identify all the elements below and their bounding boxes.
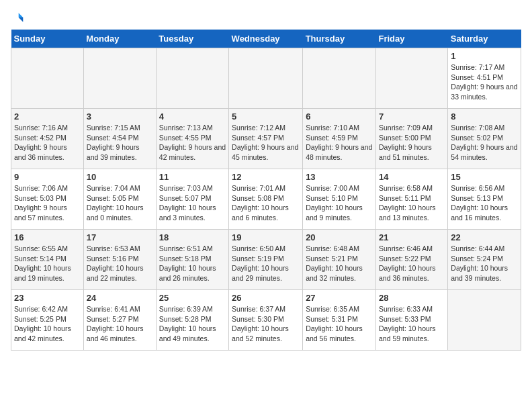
- day-number: 1: [451, 51, 518, 61]
- cell-info: Sunrise: 6:37 AM Sunset: 5:30 PM Dayligh…: [232, 304, 300, 344]
- week-row-5: 23Sunrise: 6:42 AM Sunset: 5:25 PM Dayli…: [11, 290, 521, 351]
- calendar-cell: 6Sunrise: 7:10 AM Sunset: 4:59 PM Daylig…: [303, 109, 376, 169]
- calendar-cell: 15Sunrise: 6:56 AM Sunset: 5:13 PM Dayli…: [448, 169, 521, 230]
- calendar-cell: 1Sunrise: 7:17 AM Sunset: 4:51 PM Daylig…: [448, 48, 521, 109]
- day-number: 5: [232, 111, 300, 122]
- day-number: 28: [379, 293, 445, 303]
- day-number: 14: [379, 172, 445, 182]
- day-number: 21: [379, 232, 445, 242]
- day-number: 26: [232, 293, 300, 303]
- calendar-cell: 18Sunrise: 6:51 AM Sunset: 5:18 PM Dayli…: [156, 230, 228, 290]
- cell-info: Sunrise: 7:01 AM Sunset: 5:08 PM Dayligh…: [232, 183, 300, 223]
- weekday-header-monday: Monday: [83, 30, 156, 48]
- cell-info: Sunrise: 7:04 AM Sunset: 5:05 PM Dayligh…: [87, 183, 153, 223]
- logo: [11, 11, 27, 24]
- calendar-cell: 23Sunrise: 6:42 AM Sunset: 5:25 PM Dayli…: [11, 290, 84, 351]
- day-number: 18: [159, 232, 226, 242]
- week-row-3: 9Sunrise: 7:06 AM Sunset: 5:03 PM Daylig…: [11, 169, 521, 230]
- day-number: 6: [306, 111, 373, 122]
- calendar-cell: 9Sunrise: 7:06 AM Sunset: 5:03 PM Daylig…: [11, 169, 84, 230]
- calendar-cell: 25Sunrise: 6:39 AM Sunset: 5:28 PM Dayli…: [156, 290, 228, 351]
- calendar-cell: 20Sunrise: 6:48 AM Sunset: 5:21 PM Dayli…: [303, 230, 376, 290]
- cell-info: Sunrise: 6:48 AM Sunset: 5:21 PM Dayligh…: [306, 244, 373, 283]
- weekday-header-row: SundayMondayTuesdayWednesdayThursdayFrid…: [11, 30, 521, 48]
- cell-info: Sunrise: 6:56 AM Sunset: 5:13 PM Dayligh…: [451, 183, 518, 223]
- calendar-cell: 24Sunrise: 6:41 AM Sunset: 5:27 PM Dayli…: [83, 290, 156, 351]
- day-number: 22: [451, 232, 518, 242]
- calendar-cell: 28Sunrise: 6:33 AM Sunset: 5:33 PM Dayli…: [375, 290, 447, 351]
- cell-info: Sunrise: 6:39 AM Sunset: 5:28 PM Dayligh…: [159, 304, 226, 344]
- calendar-cell: 17Sunrise: 6:53 AM Sunset: 5:16 PM Dayli…: [83, 230, 156, 290]
- calendar-cell: 7Sunrise: 7:09 AM Sunset: 5:00 PM Daylig…: [375, 109, 447, 169]
- day-number: 16: [14, 232, 81, 242]
- calendar-cell: 11Sunrise: 7:03 AM Sunset: 5:07 PM Dayli…: [156, 169, 228, 230]
- week-row-1: 1Sunrise: 7:17 AM Sunset: 4:51 PM Daylig…: [11, 48, 521, 109]
- day-number: 11: [159, 172, 226, 182]
- calendar-cell: [229, 48, 303, 109]
- calendar-cell: [375, 48, 447, 109]
- calendar-cell: 2Sunrise: 7:16 AM Sunset: 4:52 PM Daylig…: [11, 109, 84, 169]
- cell-info: Sunrise: 7:10 AM Sunset: 4:59 PM Dayligh…: [306, 123, 373, 163]
- weekday-header-tuesday: Tuesday: [156, 30, 228, 48]
- day-number: 9: [14, 172, 81, 182]
- day-number: 4: [159, 111, 226, 122]
- calendar-cell: 5Sunrise: 7:12 AM Sunset: 4:57 PM Daylig…: [229, 109, 303, 169]
- day-number: 8: [451, 111, 518, 122]
- calendar-cell: [11, 48, 84, 109]
- cell-info: Sunrise: 7:06 AM Sunset: 5:03 PM Dayligh…: [14, 183, 81, 223]
- week-row-2: 2Sunrise: 7:16 AM Sunset: 4:52 PM Daylig…: [11, 109, 521, 169]
- cell-info: Sunrise: 7:12 AM Sunset: 4:57 PM Dayligh…: [232, 123, 300, 163]
- cell-info: Sunrise: 6:35 AM Sunset: 5:31 PM Dayligh…: [306, 304, 373, 344]
- calendar-cell: 8Sunrise: 7:08 AM Sunset: 5:02 PM Daylig…: [448, 109, 521, 169]
- day-number: 12: [232, 172, 300, 182]
- cell-info: Sunrise: 6:44 AM Sunset: 5:24 PM Dayligh…: [451, 244, 518, 283]
- calendar-cell: [156, 48, 228, 109]
- cell-info: Sunrise: 6:51 AM Sunset: 5:18 PM Dayligh…: [159, 244, 226, 283]
- day-number: 24: [87, 293, 153, 303]
- calendar-cell: [448, 290, 521, 351]
- weekday-header-wednesday: Wednesday: [229, 30, 303, 48]
- calendar-cell: 4Sunrise: 7:13 AM Sunset: 4:55 PM Daylig…: [156, 109, 228, 169]
- weekday-header-thursday: Thursday: [303, 30, 376, 48]
- day-number: 13: [306, 172, 373, 182]
- cell-info: Sunrise: 7:03 AM Sunset: 5:07 PM Dayligh…: [159, 183, 226, 223]
- cell-info: Sunrise: 7:09 AM Sunset: 5:00 PM Dayligh…: [379, 123, 445, 163]
- cell-info: Sunrise: 6:50 AM Sunset: 5:19 PM Dayligh…: [232, 244, 300, 283]
- day-number: 17: [87, 232, 153, 242]
- calendar-cell: 21Sunrise: 6:46 AM Sunset: 5:22 PM Dayli…: [375, 230, 447, 290]
- week-row-4: 16Sunrise: 6:55 AM Sunset: 5:14 PM Dayli…: [11, 230, 521, 290]
- cell-info: Sunrise: 6:53 AM Sunset: 5:16 PM Dayligh…: [87, 244, 153, 283]
- cell-info: Sunrise: 7:16 AM Sunset: 4:52 PM Dayligh…: [14, 123, 81, 163]
- cell-info: Sunrise: 7:08 AM Sunset: 5:02 PM Dayligh…: [451, 123, 518, 163]
- calendar-cell: 16Sunrise: 6:55 AM Sunset: 5:14 PM Dayli…: [11, 230, 84, 290]
- calendar-table: SundayMondayTuesdayWednesdayThursdayFrid…: [11, 30, 521, 351]
- calendar-cell: 12Sunrise: 7:01 AM Sunset: 5:08 PM Dayli…: [229, 169, 303, 230]
- calendar-cell: 22Sunrise: 6:44 AM Sunset: 5:24 PM Dayli…: [448, 230, 521, 290]
- day-number: 3: [87, 111, 153, 122]
- cell-info: Sunrise: 6:55 AM Sunset: 5:14 PM Dayligh…: [14, 244, 81, 283]
- weekday-header-sunday: Sunday: [11, 30, 84, 48]
- calendar-cell: 3Sunrise: 7:15 AM Sunset: 4:54 PM Daylig…: [83, 109, 156, 169]
- cell-info: Sunrise: 7:15 AM Sunset: 4:54 PM Dayligh…: [87, 123, 153, 163]
- day-number: 10: [87, 172, 153, 182]
- calendar-cell: 26Sunrise: 6:37 AM Sunset: 5:30 PM Dayli…: [229, 290, 303, 351]
- day-number: 25: [159, 293, 226, 303]
- weekday-header-friday: Friday: [375, 30, 447, 48]
- cell-info: Sunrise: 6:46 AM Sunset: 5:22 PM Dayligh…: [379, 244, 445, 283]
- svg-marker-2: [19, 17, 24, 22]
- day-number: 23: [14, 293, 81, 303]
- cell-info: Sunrise: 6:33 AM Sunset: 5:33 PM Dayligh…: [379, 304, 445, 344]
- calendar-cell: 14Sunrise: 6:58 AM Sunset: 5:11 PM Dayli…: [375, 169, 447, 230]
- cell-info: Sunrise: 6:42 AM Sunset: 5:25 PM Dayligh…: [14, 304, 81, 344]
- cell-info: Sunrise: 7:00 AM Sunset: 5:10 PM Dayligh…: [306, 183, 373, 223]
- cell-info: Sunrise: 7:13 AM Sunset: 4:55 PM Dayligh…: [159, 123, 226, 163]
- calendar-cell: 13Sunrise: 7:00 AM Sunset: 5:10 PM Dayli…: [303, 169, 376, 230]
- cell-info: Sunrise: 6:58 AM Sunset: 5:11 PM Dayligh…: [379, 183, 445, 223]
- calendar-cell: 19Sunrise: 6:50 AM Sunset: 5:19 PM Dayli…: [229, 230, 303, 290]
- day-number: 27: [306, 293, 373, 303]
- day-number: 7: [379, 111, 445, 122]
- cell-info: Sunrise: 7:17 AM Sunset: 4:51 PM Dayligh…: [451, 62, 518, 102]
- calendar-cell: [83, 48, 156, 109]
- logo-icon: [11, 11, 24, 24]
- day-number: 20: [306, 232, 373, 242]
